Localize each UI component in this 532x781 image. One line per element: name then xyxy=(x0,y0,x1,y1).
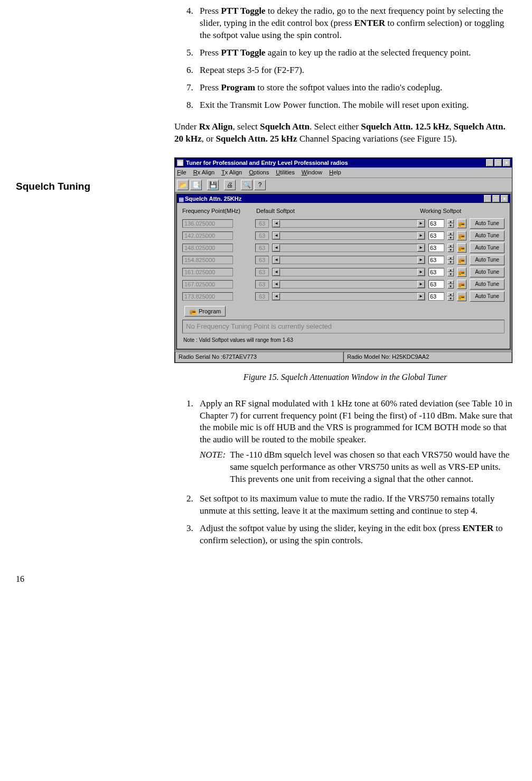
minimize-button[interactable]: _ xyxy=(486,159,493,166)
spin-control[interactable]: ▲▼ xyxy=(447,219,454,228)
softpot-slider[interactable]: ◄► xyxy=(272,292,425,301)
menu-help[interactable]: Help xyxy=(329,169,341,175)
spin-up-icon[interactable]: ▲ xyxy=(447,280,454,284)
softpot-slider[interactable]: ◄► xyxy=(272,256,425,264)
spin-down-icon[interactable]: ▼ xyxy=(447,236,454,240)
softpot-slider[interactable]: ◄► xyxy=(272,268,425,276)
spin-control[interactable]: ▲▼ xyxy=(447,256,454,264)
auto-tune-button[interactable]: Auto Tune xyxy=(470,267,505,277)
slider-left-arrow-icon[interactable]: ◄ xyxy=(273,293,280,300)
freq-row: 173.82500063◄►63▲▼📻Auto Tune xyxy=(182,291,505,302)
child-minimize-button[interactable]: _ xyxy=(484,195,491,202)
default-softpot-field: 63 xyxy=(255,268,269,276)
freq-row: 136.02500063◄►63▲▼📻Auto Tune xyxy=(182,218,505,229)
status-message: No Frequency Tuning Point is currently s… xyxy=(182,320,505,333)
child-close-button[interactable]: × xyxy=(501,195,508,202)
steps-top-list: Press PTT Toggle to dekey the radio, go … xyxy=(174,5,516,111)
slider-right-arrow-icon[interactable]: ► xyxy=(417,256,425,264)
menu-utilities[interactable]: Utilities xyxy=(276,169,294,175)
spin-control[interactable]: ▲▼ xyxy=(447,268,454,276)
auto-tune-button[interactable]: Auto Tune xyxy=(470,230,505,241)
working-softpot-field[interactable]: 63 xyxy=(428,280,444,289)
spin-control[interactable]: ▲▼ xyxy=(447,280,454,289)
spin-down-icon[interactable]: ▼ xyxy=(447,296,454,301)
auto-tune-button[interactable]: Auto Tune xyxy=(470,255,505,265)
row-action-button[interactable]: 📻 xyxy=(457,292,466,301)
slider-right-arrow-icon[interactable]: ► xyxy=(417,244,425,252)
row-action-button[interactable]: 📻 xyxy=(457,267,466,277)
working-softpot-field[interactable]: 63 xyxy=(428,256,444,264)
toolbar-btn-4[interactable]: 🖨 xyxy=(224,180,236,190)
freq-field: 167.025000 xyxy=(182,280,233,289)
program-button[interactable]: 📻 Program xyxy=(184,306,226,317)
slider-left-arrow-icon[interactable]: ◄ xyxy=(273,220,280,227)
slider-left-arrow-icon[interactable]: ◄ xyxy=(273,268,280,276)
slider-right-arrow-icon[interactable]: ► xyxy=(417,293,425,300)
working-softpot-field[interactable]: 63 xyxy=(428,244,444,252)
toolbar-btn-help[interactable]: ? xyxy=(254,180,266,190)
auto-tune-button[interactable]: Auto Tune xyxy=(470,218,505,229)
freq-row: 142.02500063◄►63▲▼📻Auto Tune xyxy=(182,230,505,241)
menu-rx-align[interactable]: Rx Align xyxy=(193,169,214,175)
spin-up-icon[interactable]: ▲ xyxy=(447,219,454,224)
auto-tune-button[interactable]: Auto Tune xyxy=(470,291,505,302)
slider-right-arrow-icon[interactable]: ► xyxy=(417,232,425,239)
program-button-label: Program xyxy=(199,308,221,315)
softpot-slider[interactable]: ◄► xyxy=(272,231,425,240)
spin-up-icon[interactable]: ▲ xyxy=(447,231,454,236)
spin-down-icon[interactable]: ▼ xyxy=(447,224,454,228)
slider-left-arrow-icon[interactable]: ◄ xyxy=(273,244,280,252)
note-line: Note : Valid Softpot values will range f… xyxy=(183,337,505,344)
slider-right-arrow-icon[interactable]: ► xyxy=(417,281,425,288)
working-softpot-field[interactable]: 63 xyxy=(428,231,444,240)
menu-window[interactable]: Window xyxy=(302,169,322,175)
auto-tune-button[interactable]: Auto Tune xyxy=(470,243,505,253)
child-maximize-button[interactable]: □ xyxy=(492,195,500,202)
app-title: Tuner for Professional and Entry Level P… xyxy=(186,159,486,167)
row-action-button[interactable]: 📻 xyxy=(457,243,466,253)
column-headers: Frequency Point(MHz) Default Softpot Wor… xyxy=(182,207,505,215)
slider-right-arrow-icon[interactable]: ► xyxy=(417,268,425,276)
softpot-slider[interactable]: ◄► xyxy=(272,280,425,289)
toolbar-btn-3[interactable]: 💾 xyxy=(207,180,219,190)
spin-down-icon[interactable]: ▼ xyxy=(447,260,454,264)
menu-options[interactable]: Options xyxy=(249,169,269,175)
row-action-button[interactable]: 📻 xyxy=(457,280,466,289)
steps-bottom-list: Apply an RF signal modulated with 1 kHz … xyxy=(174,398,516,547)
slider-right-arrow-icon[interactable]: ► xyxy=(417,220,425,227)
slider-left-arrow-icon[interactable]: ◄ xyxy=(273,232,280,239)
softpot-slider[interactable]: ◄► xyxy=(272,244,425,252)
spin-up-icon[interactable]: ▲ xyxy=(447,256,454,260)
toolbar-btn-2[interactable]: 📑 xyxy=(190,180,202,190)
header-freq: Frequency Point(MHz) xyxy=(182,207,256,215)
working-softpot-field[interactable]: 63 xyxy=(428,268,444,276)
spin-control[interactable]: ▲▼ xyxy=(447,244,454,252)
child-titlebar[interactable]: ▦ Squelch Attn. 25KHz _ □ × xyxy=(177,194,510,203)
spin-down-icon[interactable]: ▼ xyxy=(447,272,454,276)
spin-control[interactable]: ▲▼ xyxy=(447,231,454,240)
menu-tx-align[interactable]: Tx Align xyxy=(221,169,242,175)
working-softpot-field[interactable]: 63 xyxy=(428,219,444,228)
spin-up-icon[interactable]: ▲ xyxy=(447,268,454,272)
slider-left-arrow-icon[interactable]: ◄ xyxy=(273,256,280,264)
section-heading: Squelch Tuning xyxy=(16,180,153,193)
app-titlebar[interactable]: ▦ Tuner for Professional and Entry Level… xyxy=(175,158,512,168)
toolbar-btn-5[interactable]: 🔍 xyxy=(241,180,253,190)
row-action-button[interactable]: 📻 xyxy=(457,255,466,265)
close-button[interactable]: × xyxy=(503,159,510,166)
row-action-button[interactable]: 📻 xyxy=(457,219,466,228)
working-softpot-field[interactable]: 63 xyxy=(428,292,444,301)
spin-up-icon[interactable]: ▲ xyxy=(447,292,454,296)
auto-tune-button[interactable]: Auto Tune xyxy=(470,279,505,290)
slider-left-arrow-icon[interactable]: ◄ xyxy=(273,281,280,288)
menu-file[interactable]: File xyxy=(177,169,186,175)
spin-control[interactable]: ▲▼ xyxy=(447,292,454,301)
softpot-slider[interactable]: ◄► xyxy=(272,219,425,228)
spin-down-icon[interactable]: ▼ xyxy=(447,248,454,252)
toolbar-btn-1[interactable]: 📂 xyxy=(177,180,189,190)
maximize-button[interactable]: □ xyxy=(494,159,502,166)
spin-down-icon[interactable]: ▼ xyxy=(447,284,454,289)
spin-up-icon[interactable]: ▲ xyxy=(447,244,454,248)
page-number: 16 xyxy=(16,573,516,585)
row-action-button[interactable]: 📻 xyxy=(457,231,466,240)
